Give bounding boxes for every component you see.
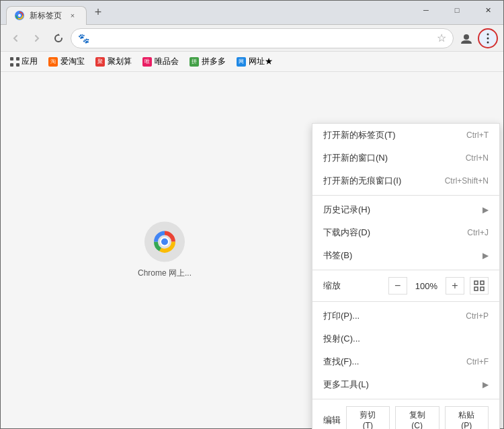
vip-icon: 唯: [142, 57, 152, 67]
back-button[interactable]: [6, 29, 25, 48]
bookmark-juhua[interactable]: 聚 聚划算: [91, 54, 136, 69]
pdd-label: 拼多多: [202, 56, 226, 67]
zoom-row: 缩放 − 100% +: [312, 273, 499, 299]
menu-more-tools[interactable]: 更多工具(L) ▶: [312, 373, 499, 396]
bookmarks-bar: 应用 淘 爱淘宝 聚 聚划算 唯 唯品会 拼 拼多多 网 网址★: [1, 52, 503, 72]
menu-print-shortcut: Ctrl+P: [466, 311, 489, 321]
apps-label: 应用: [22, 56, 38, 67]
copy-button[interactable]: 复制(C): [395, 406, 439, 429]
menu-new-tab[interactable]: 打开新的标签页(T) Ctrl+T: [312, 124, 499, 147]
menu-downloads[interactable]: 下载内容(D) Ctrl+J: [312, 221, 499, 244]
menu-history[interactable]: 历史记录(H) ▶: [312, 198, 499, 221]
toolbar: 🐾 ☆: [1, 25, 503, 52]
paw-icon: 🐾: [78, 33, 89, 44]
menu-incognito[interactable]: 打开新的无痕窗口(I) Ctrl+Shift+N: [312, 169, 499, 192]
menu-find-shortcut: Ctrl+F: [466, 357, 489, 366]
zoom-minus-button[interactable]: −: [388, 277, 407, 295]
zoom-controls: − 100% +: [388, 277, 489, 295]
svg-rect-17: [480, 287, 484, 290]
chrome-label: Chrome 网上...: [138, 268, 192, 279]
chrome-logo-area: Chrome 网上...: [138, 222, 192, 279]
paste-button[interactable]: 粘贴(P): [445, 406, 489, 429]
edit-label: 编辑: [323, 414, 341, 426]
tab-title: 新标签页: [30, 10, 62, 22]
address-input[interactable]: [93, 33, 433, 43]
menu-bookmarks[interactable]: 书签(B) ▶: [312, 244, 499, 267]
menu-more-tools-arrow: ▶: [482, 380, 489, 389]
menu-incognito-label: 打开新的无痕窗口(I): [323, 175, 445, 187]
menu-new-tab-label: 打开新的标签页(T): [323, 129, 466, 141]
reload-button[interactable]: [49, 29, 68, 48]
menu-print-label: 打印(P)...: [323, 310, 466, 322]
chrome-logo: [144, 222, 185, 262]
forward-button[interactable]: [28, 29, 46, 48]
close-button[interactable]: ✕: [472, 1, 503, 20]
svg-rect-16: [474, 287, 478, 290]
context-menu: 打开新的标签页(T) Ctrl+T 打开新的窗口(N) Ctrl+N 打开新的无…: [312, 123, 500, 429]
menu-print[interactable]: 打印(P)... Ctrl+P: [312, 305, 499, 327]
zoom-label: 缩放: [323, 280, 388, 292]
divider-2: [312, 270, 499, 270]
juhua-label: 聚划算: [108, 56, 132, 67]
svg-rect-6: [10, 57, 13, 61]
svg-rect-14: [474, 281, 478, 284]
svg-rect-9: [16, 63, 19, 67]
svg-point-2: [464, 34, 469, 40]
menu-bookmarks-arrow: ▶: [482, 251, 489, 260]
browser-tab[interactable]: 新标签页 ×: [6, 6, 87, 25]
window-controls: ─ □ ✕: [411, 1, 503, 20]
pdd-icon: 拼: [190, 57, 199, 67]
menu-downloads-label: 下载内容(D): [323, 227, 467, 239]
browser-window: 新标签页 × + ─ □ ✕ 🐾 ☆: [0, 0, 504, 429]
divider-4: [312, 399, 499, 399]
account-button[interactable]: [456, 28, 476, 48]
edit-row: 编辑 剪切(T) 复制(C) 粘贴(P): [312, 402, 499, 429]
menu-bookmarks-label: 书签(B): [323, 249, 477, 262]
svg-rect-7: [16, 57, 19, 61]
menu-cast[interactable]: 投射(C)...: [312, 327, 499, 350]
menu-downloads-shortcut: Ctrl+J: [467, 228, 489, 237]
star-icon[interactable]: ☆: [437, 32, 446, 44]
menu-new-window-shortcut: Ctrl+N: [466, 153, 489, 163]
address-bar[interactable]: 🐾 ☆: [71, 28, 454, 48]
vip-label: 唯品会: [155, 56, 179, 67]
cut-button[interactable]: 剪切(T): [346, 406, 390, 429]
content-area: Chrome 网上... 打开新的标签页(T) Ctrl+T 打开新的窗口(N)…: [1, 72, 503, 428]
svg-rect-15: [480, 281, 484, 284]
divider-1: [312, 195, 499, 196]
menu-more-tools-label: 更多工具(L): [323, 379, 477, 391]
svg-point-3: [487, 33, 489, 35]
menu-new-window-label: 打开新的窗口(N): [323, 152, 466, 164]
tab-close-button[interactable]: ×: [67, 10, 78, 21]
taobao-icon: 淘: [48, 57, 58, 67]
divider-3: [312, 301, 499, 302]
sites-label: 网址★: [249, 56, 273, 67]
title-bar: 新标签页 × + ─ □ ✕: [1, 1, 503, 25]
tab-favicon: [15, 11, 24, 20]
sites-icon: 网: [237, 57, 246, 67]
bookmark-sites[interactable]: 网 网址★: [233, 54, 277, 69]
toolbar-right: [456, 28, 498, 48]
menu-find-label: 查找(F)...: [323, 356, 466, 368]
new-tab-button[interactable]: +: [89, 4, 107, 22]
menu-history-label: 历史记录(H): [323, 204, 477, 216]
svg-point-5: [487, 41, 489, 43]
bookmark-vip[interactable]: 唯 唯品会: [138, 54, 183, 69]
minimize-button[interactable]: ─: [411, 1, 442, 20]
menu-incognito-shortcut: Ctrl+Shift+N: [445, 176, 489, 186]
maximize-button[interactable]: □: [442, 1, 472, 20]
menu-new-window[interactable]: 打开新的窗口(N) Ctrl+N: [312, 147, 499, 169]
more-button[interactable]: [478, 28, 498, 48]
zoom-plus-button[interactable]: +: [446, 277, 464, 295]
bookmark-taobao[interactable]: 淘 爱淘宝: [44, 54, 89, 69]
menu-history-arrow: ▶: [482, 205, 489, 214]
svg-point-13: [161, 239, 168, 245]
menu-find[interactable]: 查找(F)... Ctrl+F: [312, 350, 499, 373]
juhua-icon: 聚: [95, 57, 105, 67]
zoom-value: 100%: [410, 281, 443, 291]
apps-button[interactable]: 应用: [6, 54, 42, 69]
svg-point-4: [487, 37, 489, 39]
fullscreen-button[interactable]: [470, 277, 489, 295]
bookmark-pinduoduo[interactable]: 拼 拼多多: [185, 54, 230, 69]
svg-rect-8: [10, 63, 13, 67]
